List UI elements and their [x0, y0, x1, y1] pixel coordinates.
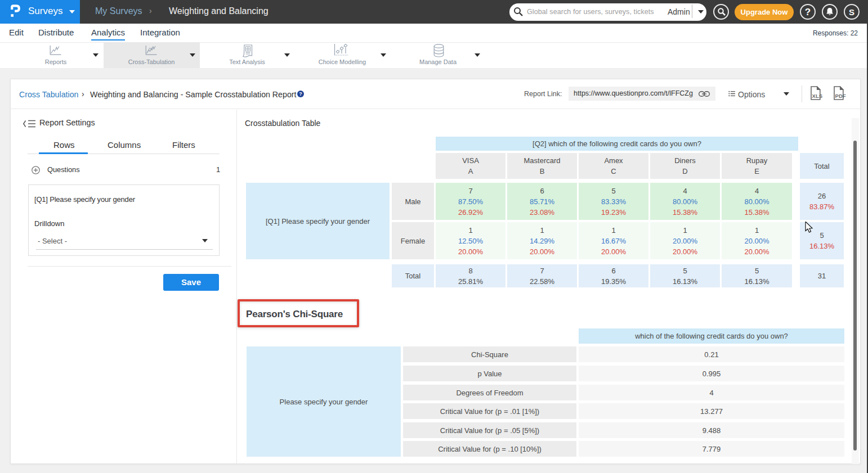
svg-text:PDF: PDF [835, 93, 846, 99]
svg-text:XLS: XLS [812, 93, 822, 99]
